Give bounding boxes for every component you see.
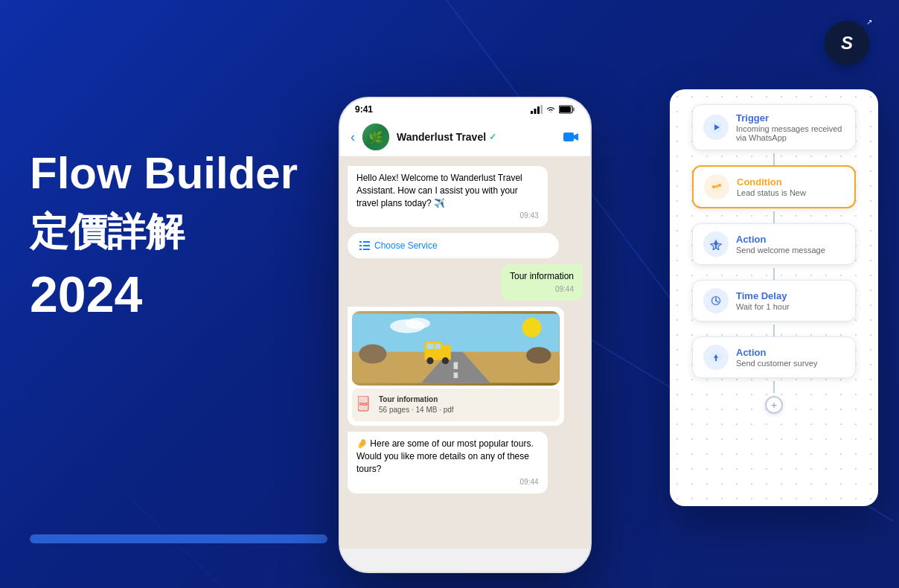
hero-year: 2024	[30, 266, 298, 322]
svg-rect-28	[426, 344, 433, 349]
phone-frame: 9:41	[339, 97, 592, 573]
svg-rect-22	[454, 362, 458, 369]
action-icon-svg	[710, 238, 722, 250]
flow-node-delay[interactable]: Time Delay Wait for 1 hour	[692, 280, 856, 322]
svg-point-30	[359, 345, 386, 364]
battery-icon	[559, 105, 575, 114]
hero-title-line1: Flow Builder	[30, 149, 298, 198]
video-call-icon[interactable]	[563, 130, 580, 144]
contact-name: Wanderlust Travel ✓	[397, 131, 556, 143]
connector-4	[773, 325, 775, 336]
signal-icon	[531, 105, 543, 114]
condition-text: Condition Lead status is New	[737, 176, 806, 197]
svg-rect-23	[454, 373, 458, 378]
action1-icon	[703, 231, 729, 257]
logo-text: S	[841, 33, 853, 54]
message-sent-1: Tour information 09:44	[501, 264, 583, 301]
choose-service-btn[interactable]: Choose Service	[348, 233, 559, 258]
svg-rect-15	[359, 249, 362, 250]
hero-section: Flow Builder 定價詳解 2024	[30, 149, 298, 322]
svg-rect-10	[563, 132, 574, 141]
phone-mockup: 9:41	[339, 97, 592, 573]
svg-rect-11	[359, 241, 362, 243]
svg-rect-4	[534, 109, 537, 114]
wifi-icon	[546, 106, 556, 113]
connector-5	[773, 381, 775, 393]
trigger-icon	[703, 115, 729, 140]
svg-point-20	[406, 318, 430, 329]
action2-icon-svg	[710, 351, 722, 363]
svg-rect-8	[573, 108, 575, 112]
svg-text:PDF: PDF	[359, 402, 368, 406]
svg-point-27	[442, 357, 449, 364]
verified-badge: ✓	[489, 132, 496, 142]
svg-rect-14	[363, 245, 370, 246]
flow-node-trigger[interactable]: Trigger Incoming messages received via W…	[692, 104, 856, 150]
condition-icon	[704, 174, 729, 199]
status-icons	[531, 105, 575, 114]
flow-node-condition[interactable]: Condition Lead status is New	[692, 165, 856, 208]
avatar-image: 🌿	[362, 124, 389, 150]
play-icon	[710, 121, 722, 133]
pdf-attachment: PDF Tour information 56 pages · 14 MB · …	[352, 389, 560, 421]
svg-rect-5	[537, 106, 540, 114]
tour-image	[352, 311, 560, 386]
list-icon	[359, 241, 370, 250]
delay-text: Time Delay Wait for 1 hour	[736, 290, 790, 311]
svg-rect-13	[359, 245, 362, 246]
delay-icon	[703, 288, 729, 313]
svg-rect-29	[435, 344, 440, 349]
chat-area: Hello Alex! Welcome to Wanderlust Travel…	[340, 157, 590, 549]
svg-point-31	[526, 347, 551, 363]
action1-text: Action Send welcome message	[736, 234, 825, 255]
action2-text: Action Send customer survey	[736, 347, 817, 368]
svg-point-40	[718, 184, 721, 187]
logo-badge: S ↗	[825, 21, 869, 65]
status-time: 9:41	[355, 104, 373, 115]
clock-icon-svg	[710, 295, 722, 307]
flow-node-action1[interactable]: Action Send welcome message	[692, 223, 856, 265]
image-pdf-message: PDF Tour information 56 pages · 14 MB · …	[348, 307, 564, 426]
flow-node-action2[interactable]: Action Send customer survey	[692, 336, 856, 378]
contact-avatar: 🌿	[362, 124, 389, 150]
svg-rect-9	[560, 106, 571, 112]
svg-rect-3	[531, 111, 533, 114]
svg-point-38	[712, 185, 715, 188]
connector-3	[773, 268, 775, 280]
back-icon[interactable]: ‹	[351, 130, 355, 145]
message-received-1: Hello Alex! Welcome to Wanderlust Travel…	[348, 166, 548, 227]
flow-builder-panel: Trigger Incoming messages received via W…	[670, 89, 878, 506]
svg-point-26	[426, 357, 433, 364]
svg-rect-16	[363, 249, 370, 250]
chat-header: ‹ 🌿 Wanderlust Travel ✓	[340, 118, 590, 157]
hero-title-line2: 定價詳解	[30, 210, 298, 255]
status-bar: 9:41	[340, 98, 590, 118]
svg-rect-44	[715, 245, 717, 248]
pdf-info: Tour information 56 pages · 14 MB · pdf	[379, 394, 454, 415]
connector-1	[773, 153, 775, 165]
svg-rect-12	[363, 241, 370, 243]
add-node-button[interactable]: +	[765, 396, 783, 414]
condition-icon-svg	[711, 181, 723, 193]
bottom-accent-bar	[30, 534, 327, 543]
svg-point-18	[522, 318, 542, 337]
pdf-icon: PDF	[358, 396, 373, 414]
svg-rect-51	[715, 358, 717, 361]
logo-arrow: ↗	[866, 18, 872, 26]
message-received-2: 🤌 Here are some of our most popular tour…	[348, 432, 548, 493]
trigger-text: Trigger Incoming messages received via W…	[736, 112, 845, 142]
action2-icon	[703, 345, 729, 370]
svg-rect-6	[541, 105, 543, 114]
connector-2	[773, 211, 775, 223]
flow-content: Trigger Incoming messages received via W…	[682, 104, 866, 414]
